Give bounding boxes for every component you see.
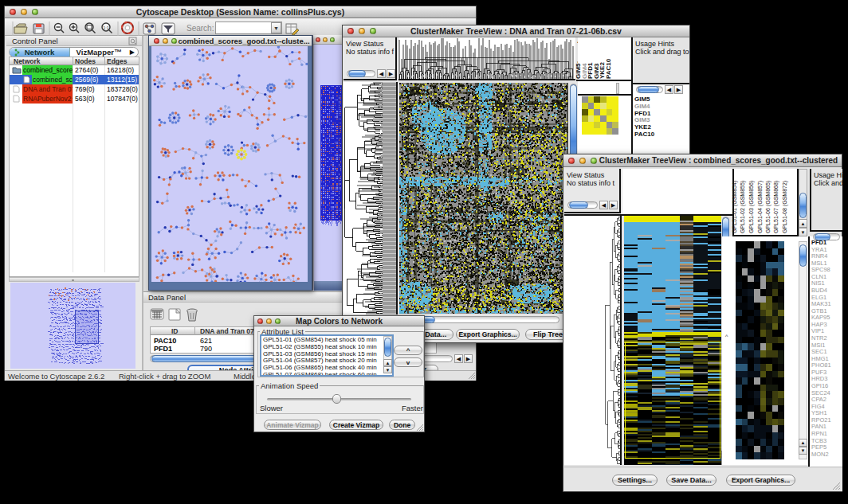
svg-text:1:1: 1:1	[103, 25, 109, 30]
